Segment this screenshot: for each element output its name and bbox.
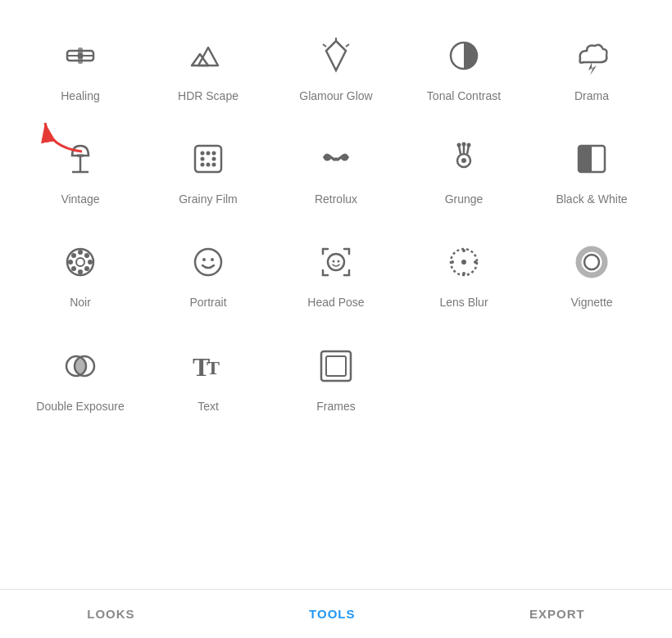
svg-marker-38 [592, 146, 605, 172]
tool-frames[interactable]: Frames [272, 327, 400, 422]
svg-point-51 [211, 258, 214, 261]
svg-point-49 [195, 249, 221, 275]
svg-point-60 [474, 260, 477, 264]
tool-vignette[interactable]: Vignette [528, 223, 656, 318]
tool-text[interactable]: T T Text [144, 327, 272, 422]
svg-point-24 [201, 163, 205, 167]
svg-point-53 [333, 260, 335, 263]
nav-looks[interactable]: LOOKS [87, 607, 134, 621]
nav-tools[interactable]: TOOLS [309, 607, 355, 621]
svg-point-22 [201, 157, 205, 161]
tool-hdr-scape[interactable]: HDR Scape [144, 16, 272, 111]
tool-glamour-glow[interactable]: Glamour Glow [272, 16, 400, 111]
svg-point-54 [338, 260, 340, 263]
svg-point-42 [78, 269, 83, 274]
lensblur-icon [439, 238, 488, 287]
tool-retrolux[interactable]: Retrolux [272, 120, 400, 215]
healing-icon [56, 31, 105, 80]
tool-grainy-film[interactable]: Grainy Film [144, 120, 272, 215]
svg-point-50 [202, 258, 206, 261]
retrolux-icon [311, 134, 361, 183]
svg-point-32 [457, 143, 461, 147]
svg-point-48 [84, 266, 89, 271]
svg-point-23 [212, 157, 216, 161]
svg-point-47 [71, 266, 76, 271]
svg-point-25 [207, 163, 211, 167]
svg-point-26 [212, 163, 216, 167]
tools-grid: Healing HDR Scape Glamour Glow [0, 0, 672, 422]
svg-rect-37 [579, 146, 592, 172]
glamour-label: Glamour Glow [299, 88, 372, 103]
svg-line-8 [346, 44, 349, 47]
portrait-icon [184, 238, 233, 287]
svg-rect-68 [326, 356, 346, 376]
svg-point-33 [462, 143, 466, 147]
svg-point-61 [579, 249, 605, 275]
svg-point-19 [201, 152, 205, 156]
grainy-label: Grainy Film [179, 192, 238, 206]
text-icon: T T [184, 342, 233, 391]
vignette-icon [567, 238, 616, 287]
svg-line-9 [323, 44, 326, 47]
frames-icon [311, 342, 361, 391]
nav-export[interactable]: EXPORT [529, 607, 585, 621]
grunge-label: Grunge [445, 192, 484, 206]
hdr-icon [184, 31, 233, 80]
svg-line-29 [459, 146, 461, 154]
drama-icon [567, 31, 616, 80]
bw-label: Black & White [556, 192, 627, 206]
tool-drama[interactable]: Drama [528, 16, 656, 111]
grainy-icon [184, 134, 233, 183]
svg-point-40 [76, 258, 84, 266]
frames-label: Frames [316, 399, 355, 414]
text-label: Text [198, 399, 219, 414]
tool-double-exposure[interactable]: Double Exposure [16, 327, 144, 422]
tool-grunge[interactable]: Grunge [400, 120, 528, 215]
svg-point-34 [467, 143, 471, 147]
svg-point-57 [462, 249, 465, 252]
headpose-icon [311, 238, 361, 287]
svg-point-62 [584, 255, 599, 269]
svg-point-44 [88, 260, 93, 265]
bottom-nav: LOOKS TOOLS EXPORT [0, 589, 672, 638]
drama-label: Drama [574, 88, 609, 103]
vintage-label: Vintage [61, 192, 99, 206]
tool-noir[interactable]: Noir [16, 223, 144, 318]
svg-point-59 [451, 260, 454, 264]
tool-black-white[interactable]: Black & White [528, 120, 656, 215]
svg-point-46 [84, 253, 89, 258]
tool-healing[interactable]: Healing [16, 16, 144, 111]
arrow-indicator [33, 106, 90, 156]
svg-text:T: T [207, 357, 220, 378]
grunge-icon [439, 134, 488, 183]
svg-point-21 [212, 152, 216, 156]
double-icon [56, 342, 105, 391]
svg-point-43 [68, 260, 73, 265]
svg-point-58 [462, 272, 465, 275]
tool-portrait[interactable]: Portrait [144, 223, 272, 318]
svg-point-28 [461, 158, 466, 163]
svg-point-41 [78, 250, 83, 255]
tool-lens-blur[interactable]: Lens Blur [400, 223, 528, 318]
retrolux-label: Retrolux [315, 192, 357, 206]
svg-point-20 [207, 152, 211, 156]
svg-point-45 [71, 253, 76, 258]
svg-rect-3 [78, 48, 83, 64]
svg-line-31 [467, 146, 469, 154]
glamour-icon [311, 31, 361, 80]
noir-icon [56, 238, 105, 287]
lensblur-label: Lens Blur [439, 295, 488, 310]
tonal-label: Tonal Contrast [427, 88, 501, 103]
headpose-label: Head Pose [307, 295, 364, 310]
tool-tonal-contrast[interactable]: Tonal Contrast [400, 16, 528, 111]
svg-marker-14 [588, 62, 597, 75]
portrait-label: Portrait [189, 295, 226, 310]
tool-head-pose[interactable]: Head Pose [272, 223, 400, 318]
healing-label: Healing [61, 88, 99, 103]
noir-label: Noir [70, 295, 91, 310]
double-exposure-label: Double Exposure [36, 399, 124, 414]
hdr-label: HDR Scape [178, 88, 238, 103]
svg-marker-6 [326, 41, 346, 70]
svg-rect-18 [195, 146, 221, 172]
vignette-label: Vignette [570, 295, 612, 310]
